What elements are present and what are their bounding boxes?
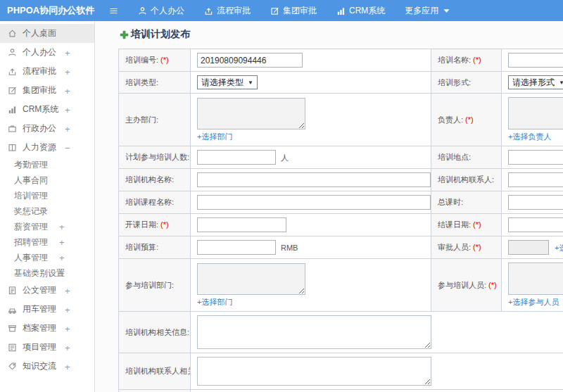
bar-chart-icon	[8, 105, 17, 114]
field-label: 计划参与培训人数:	[125, 153, 189, 161]
sidebar-subitem-recruit-mgmt[interactable]: 招聘管理 +	[0, 234, 94, 250]
sidebar-item-personal-office[interactable]: 个人办公 +	[0, 43, 94, 62]
sidebar-item-vehicle-mgmt[interactable]: 用车管理 +	[0, 300, 94, 319]
required-mark: (*)	[465, 115, 474, 124]
form-row: 培训预算: RMB 审批人员:(*) +选择审批人员	[119, 236, 563, 259]
select-arrow-icon: ▼	[559, 80, 563, 86]
location-input[interactable]	[508, 150, 563, 165]
total-hours-input[interactable]	[508, 195, 563, 210]
field-label: 主办部门:	[125, 115, 158, 124]
training-plan-form: 培训编号:(*) 培训名称:(*) 培训类型: 请选择类型▼ 培训形式: 请选择…	[118, 49, 563, 392]
select-approver-link[interactable]: +选择审批人员	[555, 244, 563, 252]
nav-personal-office[interactable]: 个人办公	[138, 5, 184, 17]
sidebar-item-group-approval[interactable]: 集团审批 +	[0, 81, 94, 100]
field-label: 培训类型:	[125, 78, 158, 87]
sidebar-item-document-mgmt[interactable]: 公文管理 +	[0, 281, 94, 300]
nav-more-apps[interactable]: 更多应用	[405, 5, 450, 17]
select-dept-link[interactable]: +选择部门	[197, 132, 232, 142]
sidebar-item-admin-office[interactable]: 行政办公 +	[0, 119, 94, 138]
sidebar-item-workflow-approval[interactable]: 流程审批 +	[0, 62, 94, 81]
required-mark: (*)	[473, 243, 481, 251]
page-title: 培训计划发布	[120, 28, 563, 41]
field-label: 培训地点:	[438, 153, 471, 161]
bar-chart-icon	[336, 6, 346, 15]
field-label: 参与培训部门:	[125, 281, 174, 289]
plan-count-input[interactable]	[197, 150, 276, 165]
sidebar-subitem-salary-mgmt[interactable]: 薪资管理 +	[0, 219, 94, 234]
form-row: 培训类型: 请选择类型▼ 培训形式: 请选择形式▼	[119, 72, 563, 94]
sidebar-item-personal-desktop[interactable]: 个人桌面	[0, 24, 94, 43]
edit-icon	[270, 6, 279, 15]
select-join-people-link[interactable]: +选择参与人员	[508, 297, 559, 308]
field-label: 培训编号:	[125, 56, 158, 64]
host-dept-textarea[interactable]	[197, 98, 305, 129]
field-label: 培训名称:	[438, 56, 471, 64]
nav-workflow-approval[interactable]: 流程审批	[204, 5, 251, 17]
training-no-input[interactable]	[197, 53, 303, 68]
start-date-input[interactable]	[197, 217, 286, 232]
course-name-input[interactable]	[197, 195, 431, 210]
training-type-select[interactable]: 请选择类型▼	[197, 75, 258, 89]
field-label: 开课日期:	[125, 220, 158, 229]
app-logo: PHPOA协同办公软件	[0, 4, 104, 17]
car-icon	[8, 305, 17, 314]
training-name-input[interactable]	[508, 53, 563, 68]
required-mark: (*)	[473, 56, 481, 64]
sidebar-item-human-resources[interactable]: 人力资源 −	[0, 138, 94, 157]
upload-icon	[204, 6, 213, 15]
hr-submenu: 考勤管理 人事合同 培训管理 奖惩记录 薪资管理 + 招聘管理 + 人事管理 +…	[0, 157, 94, 281]
form-row: 培训要求:	[119, 390, 563, 392]
sidebar: 个人桌面 个人办公 + 流程审批 + 集团审批 + CRM系统 + 行政办公 +…	[0, 21, 95, 392]
form-row: 培训编号:(*) 培训名称:(*)	[119, 49, 563, 72]
org-name-input[interactable]	[197, 172, 431, 187]
form-row: 培训机构相关信息:	[119, 312, 563, 353]
approver-input[interactable]	[508, 240, 549, 255]
leader-textarea[interactable]	[508, 97, 563, 129]
field-label: 审批人员:	[438, 243, 471, 251]
org-contact-info-textarea[interactable]	[197, 357, 431, 386]
nav-group-approval[interactable]: 集团审批	[270, 5, 317, 17]
org-contact-input[interactable]	[508, 172, 563, 187]
hamburger-menu-icon[interactable]	[104, 6, 122, 15]
upload-icon	[8, 67, 17, 76]
end-date-input[interactable]	[508, 217, 563, 232]
select-arrow-icon: ▼	[248, 80, 253, 86]
top-header: PHPOA协同办公软件 个人办公 流程审批 集团审批 CRM系统 更多应用	[0, 0, 563, 21]
chevron-down-icon	[443, 8, 450, 13]
select-join-dept-link[interactable]: +选择部门	[197, 297, 232, 308]
top-nav: 个人办公 流程审批 集团审批 CRM系统 更多应用	[138, 5, 450, 17]
budget-input[interactable]	[197, 240, 276, 255]
select-leader-link[interactable]: +选择负责人	[508, 132, 551, 142]
sidebar-subitem-reward-record[interactable]: 奖惩记录	[0, 203, 94, 219]
edit-icon	[8, 86, 17, 95]
org-info-textarea[interactable]	[197, 315, 431, 349]
sidebar-subitem-hr-contract[interactable]: 人事合同	[0, 172, 94, 188]
menu-icon	[109, 6, 118, 15]
sidebar-subitem-base-category[interactable]: 基础类别设置 +	[0, 265, 94, 281]
required-mark: (*)	[488, 281, 497, 289]
person-icon	[138, 6, 147, 15]
field-label: 培训预算:	[125, 243, 158, 251]
sidebar-subitem-attendance[interactable]: 考勤管理	[0, 157, 94, 172]
sidebar-item-archive-mgmt[interactable]: 档案管理 +	[0, 319, 94, 338]
field-label: 参与培训人员:	[438, 281, 486, 289]
project-icon	[8, 343, 17, 352]
briefcase-icon	[8, 124, 17, 133]
field-label: 培训课程名称:	[125, 198, 174, 206]
sidebar-item-knowledge[interactable]: 知识交流 +	[0, 357, 94, 376]
unit-label: 人	[281, 153, 289, 162]
required-mark: (*)	[473, 220, 481, 229]
form-row: 开课日期:(*) 结课日期:(*)	[119, 214, 563, 236]
join-dept-textarea[interactable]	[197, 263, 305, 295]
sidebar-subitem-personnel-mgmt[interactable]: 人事管理 +	[0, 250, 94, 265]
archive-icon	[8, 324, 17, 333]
sidebar-subitem-training-mgmt[interactable]: 培训管理	[0, 188, 94, 203]
training-mode-select[interactable]: 请选择形式▼	[508, 75, 563, 89]
nav-crm-system[interactable]: CRM系统	[336, 5, 385, 17]
join-people-textarea[interactable]	[508, 263, 563, 295]
field-label: 培训机构名称:	[125, 175, 174, 184]
form-row: 培训机构名称: 培训机构联系人:	[119, 169, 563, 191]
required-mark: (*)	[160, 220, 169, 229]
sidebar-item-crm[interactable]: CRM系统 +	[0, 100, 94, 119]
sidebar-item-project-mgmt[interactable]: 项目管理 +	[0, 338, 94, 357]
